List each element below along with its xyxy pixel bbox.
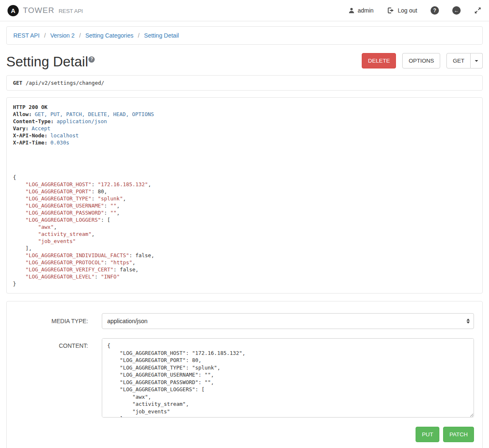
top-navbar: A TOWER REST API admin Log out ? ← (0, 0, 489, 21)
expand-icon[interactable] (474, 7, 481, 14)
put-button[interactable]: PUT (416, 427, 439, 442)
response-header: Content-Type:application/json (13, 118, 476, 125)
user-menu[interactable]: admin (348, 7, 373, 14)
brand-title: TOWER (23, 6, 54, 15)
navbar-right: admin Log out ? ← (348, 6, 481, 15)
media-type-select[interactable]: application/json (102, 313, 474, 329)
media-type-row: MEDIA TYPE: application/json (15, 313, 474, 329)
header-value: localhost (50, 132, 79, 139)
breadcrumb-separator: / (79, 32, 81, 39)
response-header: X-API-Time:0.030s (13, 139, 476, 146)
response-status: HTTP 200 OK (13, 104, 476, 111)
logout-icon (387, 7, 395, 14)
help-icon[interactable]: ? (431, 6, 439, 15)
header-name: Allow: (13, 111, 32, 117)
response-panel: HTTP 200 OK Allow:GET, PUT, PATCH, DELET… (6, 97, 483, 294)
delete-button[interactable]: DELETE (362, 53, 396, 68)
content-row: CONTENT: (15, 338, 474, 418)
header-value: Accept (32, 125, 50, 132)
method-actions: DELETE OPTIONS GET (362, 53, 483, 68)
breadcrumb: REST API / Version 2 / Setting Categorie… (6, 26, 483, 45)
content-label: CONTENT: (15, 338, 88, 349)
request-method: GET (13, 80, 23, 86)
back-icon[interactable]: ← (452, 6, 461, 15)
request-form: MEDIA TYPE: application/json CONTENT: PU… (6, 301, 483, 448)
header-name: Content-Type: (13, 118, 54, 124)
breadcrumb-link-version-2[interactable]: Version 2 (50, 32, 74, 39)
header-value: application/json (57, 118, 107, 124)
content-textarea[interactable] (102, 338, 474, 418)
get-dropdown-toggle[interactable] (471, 53, 483, 68)
get-button[interactable]: GET (446, 53, 471, 68)
breadcrumb-separator: / (44, 32, 46, 39)
logout-label: Log out (398, 7, 417, 14)
request-summary: GET/api/v2/settings/changed/ (6, 75, 483, 91)
breadcrumb-separator: / (138, 32, 140, 39)
header-value: 0.030s (50, 139, 69, 146)
page-title-text: Setting Detail (6, 54, 88, 69)
logout-button[interactable]: Log out (387, 7, 417, 14)
title-help-icon[interactable]: ? (88, 56, 95, 63)
media-type-select-wrap: application/json (102, 313, 474, 329)
response-body: { "LOG_AGGREGATOR_HOST": "172.16.185.132… (13, 174, 476, 287)
caret-down-icon (475, 60, 478, 62)
patch-button[interactable]: PATCH (443, 427, 474, 442)
tower-logo-icon: A (8, 5, 19, 16)
header-name: Vary: (13, 125, 29, 132)
title-row: Setting Detail? DELETE OPTIONS GET (6, 53, 483, 68)
request-path: /api/v2/settings/changed/ (26, 80, 104, 86)
user-name: admin (358, 7, 373, 14)
breadcrumb-link-rest-api[interactable]: REST API (13, 32, 40, 39)
header-name: X-API-Time: (13, 139, 48, 146)
get-button-group: GET (446, 53, 483, 68)
breadcrumb-link-setting-categories[interactable]: Setting Categories (86, 32, 134, 39)
user-icon (348, 7, 355, 14)
page-title: Setting Detail? (6, 55, 94, 68)
breadcrumb-link-setting-detail[interactable]: Setting Detail (144, 32, 179, 39)
media-type-label: MEDIA TYPE: (15, 318, 88, 324)
response-header: Vary:Accept (13, 125, 476, 132)
response-header: X-API-Node:localhost (13, 132, 476, 139)
header-name: X-API-Node: (13, 132, 48, 139)
options-button[interactable]: OPTIONS (402, 53, 440, 68)
brand-link[interactable]: A TOWER REST API (8, 5, 83, 16)
header-value: GET, PUT, PATCH, DELETE, HEAD, OPTIONS (35, 111, 154, 117)
brand-subtitle: REST API (58, 7, 83, 14)
form-actions: PUT PATCH (15, 427, 474, 442)
response-header: Allow:GET, PUT, PATCH, DELETE, HEAD, OPT… (13, 111, 476, 118)
